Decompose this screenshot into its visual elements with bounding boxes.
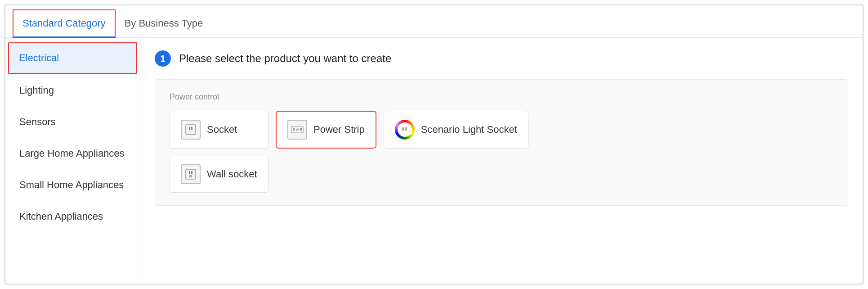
power-strip-icon — [287, 120, 307, 140]
svg-rect-8 — [294, 128, 295, 130]
rainbow-icon — [395, 120, 415, 140]
svg-rect-0 — [186, 125, 196, 135]
step-title: Please select the product you want to cr… — [179, 52, 391, 65]
product-card-power-strip[interactable]: Power Strip — [276, 111, 376, 149]
sidebar-item-sensors[interactable]: Sensors — [5, 106, 140, 138]
tab-by-business-type[interactable]: By Business Type — [116, 10, 212, 38]
svg-rect-16 — [189, 171, 190, 174]
content-area: 1 Please select the product you want to … — [140, 38, 863, 284]
step-badge: 1 — [155, 50, 171, 67]
sidebar: Electrical Lighting Sensors Large Home A… — [5, 38, 140, 284]
svg-rect-15 — [186, 169, 196, 179]
svg-rect-2 — [191, 127, 192, 130]
svg-rect-9 — [297, 128, 297, 130]
sidebar-item-small-home[interactable]: Small Home Appliances — [5, 169, 140, 201]
svg-rect-7 — [293, 128, 294, 130]
product-card-socket[interactable]: Socket — [170, 111, 268, 149]
sidebar-item-kitchen[interactable]: Kitchen Appliances — [5, 201, 140, 232]
app-container: Standard Category By Business Type Elect… — [4, 5, 864, 284]
power-strip-label: Power Strip — [313, 124, 365, 135]
sidebar-item-electrical[interactable]: Electrical — [8, 42, 137, 74]
svg-rect-10 — [298, 128, 298, 130]
product-grid-row2: Wall socket — [170, 156, 833, 193]
step-header: 1 Please select the product you want to … — [155, 50, 848, 67]
top-tabs: Standard Category By Business Type — [5, 5, 863, 38]
svg-rect-13 — [402, 127, 404, 131]
main-layout: Electrical Lighting Sensors Large Home A… — [5, 38, 863, 284]
socket-icon — [181, 120, 201, 140]
svg-rect-11 — [300, 128, 301, 130]
sidebar-item-large-home[interactable]: Large Home Appliances — [5, 138, 140, 169]
sidebar-item-lighting[interactable]: Lighting — [5, 75, 140, 106]
wall-socket-icon — [181, 164, 201, 184]
svg-rect-14 — [405, 127, 407, 131]
socket-label: Socket — [207, 124, 237, 135]
svg-rect-1 — [189, 127, 190, 130]
category-label: Power control — [170, 92, 833, 102]
tab-standard-category[interactable]: Standard Category — [13, 9, 116, 38]
svg-rect-17 — [191, 171, 192, 174]
wall-socket-label: Wall socket — [207, 168, 257, 180]
rainbow-inner — [398, 122, 412, 137]
product-selection: Power control Socket — [155, 79, 848, 206]
product-card-scenario-light-socket[interactable]: Scenario Light Socket — [384, 111, 528, 149]
svg-rect-12 — [301, 128, 302, 130]
svg-rect-18 — [190, 175, 192, 177]
scenario-light-socket-label: Scenario Light Socket — [421, 124, 517, 135]
product-grid-row1: Socket — [170, 111, 833, 149]
product-card-wall-socket[interactable]: Wall socket — [170, 156, 268, 193]
